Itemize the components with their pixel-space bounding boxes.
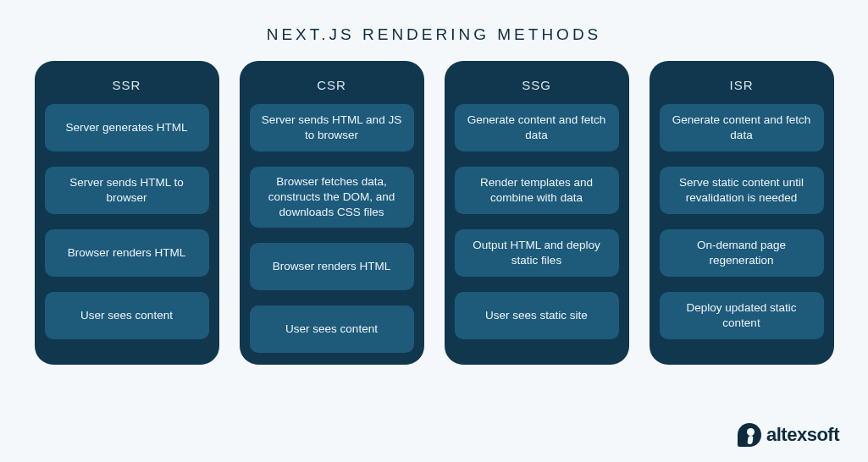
columns-container: SSR Server generates HTML Server sends H…	[0, 61, 868, 365]
column-title: SSR	[45, 73, 209, 104]
step-box: Server generates HTML	[45, 104, 209, 151]
step-box: Server sends HTML to browser	[45, 167, 209, 214]
diagram-title: NEXT.JS RENDERING METHODS	[0, 0, 868, 61]
column-title: SSG	[455, 73, 619, 104]
brand-logo-icon	[738, 423, 761, 447]
column-title: ISR	[660, 73, 824, 104]
column-ssr: SSR Server generates HTML Server sends H…	[35, 61, 219, 365]
step-box: Browser fetches data, constructs the DOM…	[250, 167, 414, 228]
step-box: Generate content and fetch data	[455, 104, 619, 151]
step-box: Deploy updated static content	[660, 292, 824, 339]
step-box: Output HTML and deploy static files	[455, 229, 619, 277]
column-ssg: SSG Generate content and fetch data Rend…	[445, 61, 629, 365]
step-box: Render templates and combine with data	[455, 167, 619, 214]
step-box: Browser renders HTML	[45, 229, 209, 277]
column-title: CSR	[250, 73, 414, 104]
step-box: Serve static content until revalidation …	[660, 167, 824, 214]
step-box: Browser renders HTML	[250, 243, 414, 290]
brand-logo: altexsoft	[738, 423, 839, 447]
step-box: On-demand page regeneration	[660, 229, 824, 277]
step-box: User sees content	[45, 292, 209, 339]
step-box: User sees static site	[455, 292, 619, 339]
brand-logo-text: altexsoft	[766, 424, 839, 446]
column-isr: ISR Generate content and fetch data Serv…	[650, 61, 834, 365]
step-box: Generate content and fetch data	[660, 104, 824, 151]
step-box: Server sends HTML and JS to browser	[250, 104, 414, 151]
column-csr: CSR Server sends HTML and JS to browser …	[240, 61, 424, 365]
step-box: User sees content	[250, 305, 414, 353]
